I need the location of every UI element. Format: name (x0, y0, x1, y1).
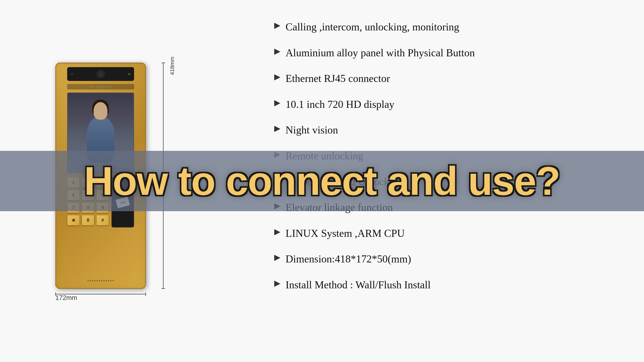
spec-arrow-icon: ▶ (274, 20, 280, 31)
spec-item-4: ▶10.1 inch 720 HD display (274, 98, 614, 111)
spec-arrow-icon: ▶ (274, 72, 280, 82)
speaker-grille (67, 277, 134, 284)
spec-text-11: Install Method : Wall/Flush Install (286, 278, 431, 292)
person-head (94, 102, 107, 120)
spec-arrow-icon: ▶ (274, 98, 280, 108)
brand-label: GB-MAGIC● (67, 84, 134, 89)
spec-arrow-icon: ▶ (274, 123, 280, 134)
camera-dot-right (128, 73, 130, 75)
spec-text-4: 10.1 inch 720 HD display (286, 98, 394, 111)
speaker-dot (108, 280, 109, 281)
horizontal-line: 172mm (55, 294, 146, 294)
main-container: GB-MAGIC● (0, 0, 644, 362)
vertical-label: 418mm (169, 57, 176, 75)
spec-item-3: ▶Ethernet RJ45 connector (274, 72, 614, 85)
spec-text-5: Night vision (286, 123, 338, 137)
spec-arrow-icon: ▶ (274, 46, 280, 57)
speaker-dot (92, 280, 93, 281)
camera-bar (67, 67, 134, 81)
speaker-dot (106, 280, 107, 281)
speaker-dot (99, 280, 100, 281)
key-btn-#: # (96, 215, 109, 225)
horizontal-measurement: 172mm (25, 294, 176, 294)
speaker-dot (112, 280, 114, 281)
speaker-dot (110, 280, 111, 281)
speaker-dot (97, 280, 98, 281)
brand-text: GB-MAGIC● (89, 85, 113, 88)
key-btn-0: 0 (82, 215, 94, 225)
speaker-dot (94, 280, 96, 281)
spec-item-5: ▶Night vision (274, 123, 614, 137)
spec-text-1: Calling ,intercom, unlocking, monitoring (286, 20, 459, 34)
speaker-dot (88, 280, 89, 281)
spec-text-10: Dimension:418*172*50(mm) (286, 252, 411, 266)
spec-item-10: ▶Dimension:418*172*50(mm) (274, 252, 614, 266)
spec-item-1: ▶Calling ,intercom, unlocking, monitorin… (274, 20, 614, 34)
spec-text-9: LINUX System ,ARM CPU (286, 227, 405, 240)
camera-lens (97, 70, 104, 78)
speaker-dot (90, 280, 91, 281)
key-btn-★: ★ (67, 215, 80, 225)
spec-arrow-icon: ▶ (274, 278, 280, 289)
speaker-dot (101, 280, 102, 281)
camera-dot-left (71, 73, 73, 75)
overlay-banner: How to connect and use? (0, 151, 644, 211)
spec-text-2: Aluminium alloy panel with Physical Butt… (286, 46, 475, 60)
horizontal-label: 172mm (55, 294, 77, 302)
banner-text: How to connect and use? (84, 161, 560, 201)
speaker-dot (103, 280, 105, 281)
spec-text-3: Ethernet RJ45 connector (286, 72, 390, 85)
spec-item-11: ▶Install Method : Wall/Flush Install (274, 278, 614, 292)
spec-item-9: ▶LINUX System ,ARM CPU (274, 227, 614, 240)
spec-arrow-icon: ▶ (274, 252, 280, 263)
spec-item-2: ▶Aluminium alloy panel with Physical But… (274, 46, 614, 60)
spec-arrow-icon: ▶ (274, 227, 280, 237)
